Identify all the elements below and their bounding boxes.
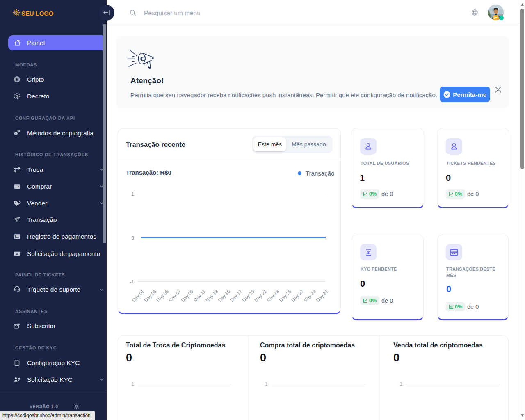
svg-text:0: 0 [132,235,134,240]
svg-text:Day 01: Day 01 [131,289,145,303]
svg-text:Day 15: Day 15 [217,289,231,303]
svg-text:-1: -1 [130,279,134,284]
svg-text:$: $ [16,94,18,98]
svg-text:Day 19: Day 19 [241,289,255,303]
svg-text:Day 05: Day 05 [155,289,169,303]
svg-text:B: B [15,11,18,15]
svg-text:Day 29: Day 29 [303,289,317,303]
svg-text:Day 11: Day 11 [193,289,207,303]
svg-text:Day 09: Day 09 [180,289,194,303]
svg-text:Day 25: Day 25 [278,289,292,303]
svg-text:Day 23: Day 23 [266,289,280,303]
svg-text:Day 21: Day 21 [253,289,267,303]
svg-text:Day 27: Day 27 [290,289,304,303]
svg-text:Day 03: Day 03 [143,289,157,303]
svg-text:B: B [16,77,19,82]
svg-text:Day 17: Day 17 [229,289,243,303]
svg-text:Day 31: Day 31 [315,289,329,303]
svg-text:Day 13: Day 13 [205,289,219,303]
svg-text:1: 1 [132,192,134,196]
svg-text:Day 07: Day 07 [168,289,182,303]
